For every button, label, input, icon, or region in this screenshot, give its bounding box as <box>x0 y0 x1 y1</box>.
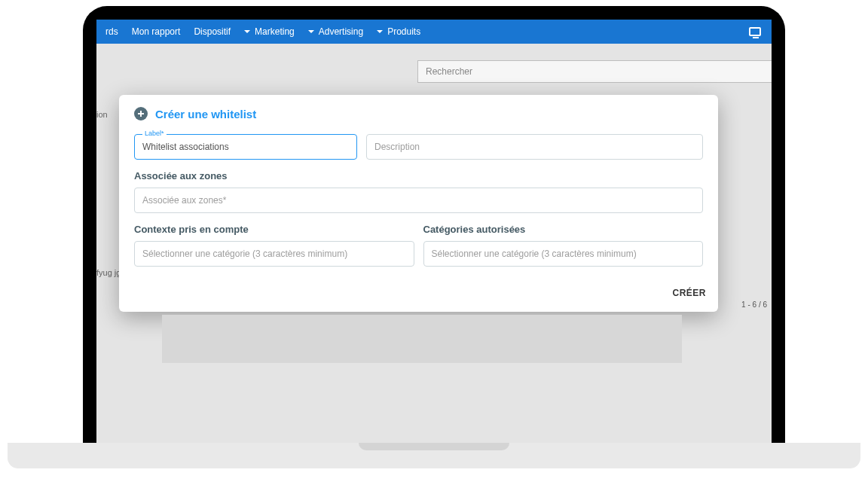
create-whitelist-modal: Créer une whitelist Label* Description A… <box>119 95 718 312</box>
nav-item-marketing[interactable]: Marketing <box>244 26 295 37</box>
create-button[interactable]: CRÉER <box>672 288 706 298</box>
laptop-bezel: rds Mon rapport Dispositif Marketing Adv… <box>83 6 785 443</box>
chevron-down-icon <box>377 30 383 33</box>
zones-placeholder: Associée aux zones* <box>142 195 226 206</box>
label-field[interactable]: Label* <box>134 134 357 160</box>
nav-item-produits[interactable]: Produits <box>377 26 420 37</box>
bg-text-fragment: ion <box>96 110 108 119</box>
top-nav: rds Mon rapport Dispositif Marketing Adv… <box>96 20 772 44</box>
nav-label: Produits <box>387 26 420 37</box>
label-input[interactable] <box>142 142 349 152</box>
zones-field[interactable]: Associée aux zones* <box>134 188 703 213</box>
contexte-heading: Contexte pris en compte <box>134 224 414 235</box>
nav-label: Marketing <box>255 26 295 37</box>
pagination-label: 1 - 6 / 6 <box>741 300 767 309</box>
app-screen: rds Mon rapport Dispositif Marketing Adv… <box>96 20 772 443</box>
overlay-strip <box>162 315 682 363</box>
contexte-placeholder: Sélectionner une catégorie (3 caractères… <box>142 249 347 259</box>
nav-item-dispositif[interactable]: Dispositif <box>194 26 231 37</box>
categories-placeholder: Sélectionner une catégorie (3 caractères… <box>432 249 637 259</box>
nav-label: Advertising <box>319 26 363 37</box>
chevron-down-icon <box>308 30 314 33</box>
search-input[interactable]: Rechercher <box>417 60 772 83</box>
search-placeholder: Rechercher <box>426 66 472 77</box>
laptop-notch <box>359 443 509 450</box>
nav-item-rapport[interactable]: Mon rapport <box>132 26 181 37</box>
modal-title: Créer une whitelist <box>155 108 256 120</box>
categories-heading: Catégories autorisées <box>423 224 704 235</box>
modal-header: Créer une whitelist <box>134 107 703 120</box>
label-field-label: Label* <box>142 130 167 137</box>
plus-circle-icon <box>134 107 148 120</box>
nav-item-advertising[interactable]: Advertising <box>308 26 363 37</box>
description-field[interactable]: Description <box>366 134 703 160</box>
categories-field[interactable]: Sélectionner une catégorie (3 caractères… <box>423 241 704 267</box>
chevron-down-icon <box>244 30 250 33</box>
description-placeholder: Description <box>374 142 420 152</box>
zones-heading: Associée aux zones <box>134 170 703 181</box>
display-icon[interactable] <box>749 27 761 36</box>
contexte-field[interactable]: Sélectionner une catégorie (3 caractères… <box>134 241 414 267</box>
nav-item-dashboards[interactable]: rds <box>105 26 118 37</box>
